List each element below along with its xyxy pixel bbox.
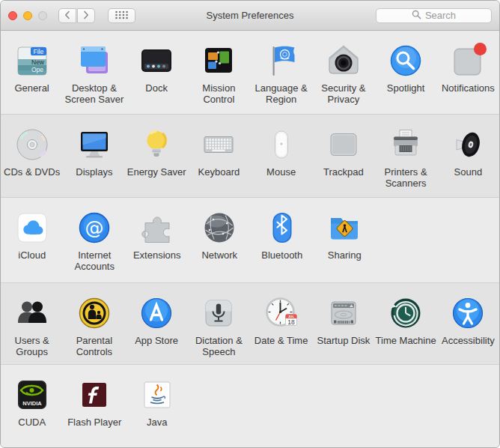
forward-button[interactable] (77, 8, 95, 23)
pref-item-label: Startup Disk (317, 335, 370, 346)
pref-row: FileNewOpe General Desktop & Screen Save… (1, 31, 499, 115)
date-time-icon: JUL18 (260, 292, 302, 334)
pref-item[interactable]: Mouse (250, 115, 312, 197)
pref-item-label: Parental Controls (63, 335, 125, 357)
show-all-button[interactable] (108, 8, 135, 23)
notifications-icon (447, 40, 489, 82)
titlebar: System Preferences Search (1, 1, 499, 31)
pref-item-label: Displays (76, 166, 112, 178)
svg-text:NVIDIA: NVIDIA (22, 400, 42, 407)
pref-item[interactable]: Sound (437, 115, 499, 197)
pref-item-label: Java (147, 417, 167, 428)
pref-item[interactable]: Energy Saver (126, 115, 188, 197)
chevron-right-icon (83, 9, 89, 22)
pref-item[interactable]: Language & Region (250, 31, 312, 114)
security-privacy-icon (323, 40, 365, 82)
java-icon (136, 374, 178, 416)
pref-item[interactable]: App Store (126, 283, 188, 364)
search-icon (412, 9, 421, 22)
zoom-button[interactable] (38, 11, 47, 20)
pref-item[interactable]: Startup Disk (312, 283, 374, 364)
pref-item[interactable]: Accessibility (437, 283, 499, 364)
preferences-grid: FileNewOpe General Desktop & Screen Save… (1, 31, 499, 448)
search-placeholder: Search (425, 10, 456, 21)
pref-item-label: Bluetooth (261, 249, 302, 261)
minimize-button[interactable] (23, 11, 32, 20)
back-button[interactable] (58, 8, 76, 23)
pref-item[interactable]: Trackpad (312, 115, 374, 197)
pref-item[interactable]: Flash Player (64, 365, 126, 448)
keyboard-icon (198, 124, 240, 166)
pref-item[interactable]: NVIDIA CUDA (1, 365, 64, 448)
pref-item[interactable]: Printers & Scanners (375, 115, 437, 197)
energy-saver-icon (135, 124, 177, 166)
pref-item[interactable]: Displays (63, 115, 125, 197)
pref-item-label: iCloud (18, 249, 46, 261)
pref-item[interactable]: Keyboard (188, 115, 250, 197)
pref-item-label: Flash Player (67, 417, 121, 428)
pref-item[interactable]: Notifications (437, 31, 499, 114)
pref-item[interactable]: Desktop & Screen Saver (63, 31, 125, 114)
pref-item[interactable]: Spotlight (375, 31, 437, 114)
chevron-left-icon (64, 9, 70, 22)
traffic-lights (8, 11, 47, 20)
pref-item[interactable]: Security & Privacy (312, 31, 374, 114)
users-groups-icon (11, 292, 53, 334)
svg-text:18: 18 (287, 318, 295, 326)
network-icon (198, 207, 240, 249)
pref-item-label: Internet Accounts (64, 249, 126, 272)
pref-item[interactable]: JUL18 Date & Time (250, 283, 312, 364)
pref-item[interactable]: Users & Groups (1, 283, 63, 364)
pref-row: Users & Groups Parental Controls App Sto… (1, 283, 499, 365)
time-machine-icon (385, 292, 427, 334)
pref-item-label: Language & Region (250, 82, 312, 105)
cds-dvds-icon (11, 124, 53, 166)
svg-text:@: @ (85, 217, 104, 239)
pref-item-label: Users & Groups (1, 335, 63, 357)
pref-row: CDs & DVDs Displays Energy Saver Keyboar… (1, 115, 499, 198)
pref-item[interactable]: Java (126, 365, 189, 448)
pref-item-label: Date & Time (254, 335, 308, 346)
pref-item-label: General (15, 82, 49, 94)
system-preferences-window: System Preferences Search FileNewOpe Gen… (0, 0, 500, 448)
dictation-speech-icon (198, 292, 240, 334)
language-region-icon (260, 40, 302, 82)
pref-item[interactable]: Dictation & Speech (188, 283, 250, 364)
pref-item[interactable]: Mission Control (188, 31, 250, 114)
cuda-icon: NVIDIA (11, 374, 53, 416)
svg-text:File: File (33, 48, 43, 55)
pref-item-label: Notifications (442, 82, 495, 94)
pref-item-label: Security & Privacy (312, 82, 374, 105)
pref-item[interactable]: Bluetooth (251, 198, 314, 282)
pref-item[interactable]: Sharing (314, 198, 376, 282)
pref-item[interactable]: Network (189, 198, 251, 282)
pref-item-label: Sharing (328, 249, 362, 261)
spotlight-icon (385, 40, 427, 82)
pref-item[interactable]: FileNewOpe General (1, 31, 63, 114)
mouse-icon (260, 124, 302, 166)
svg-text:Ope: Ope (31, 66, 43, 73)
svg-text:New: New (31, 58, 45, 66)
close-button[interactable] (8, 11, 17, 20)
mission-control-icon (198, 40, 240, 82)
startup-disk-icon (323, 292, 365, 334)
pref-item-label: Dictation & Speech (188, 335, 250, 357)
general-icon: FileNewOpe (11, 40, 53, 82)
pref-item[interactable]: Dock (126, 31, 188, 114)
pref-item-label: Energy Saver (127, 166, 186, 178)
pref-item[interactable]: @ Internet Accounts (64, 198, 126, 282)
sound-icon (447, 124, 489, 166)
printers-scanners-icon (385, 124, 427, 166)
pref-item[interactable]: Parental Controls (63, 283, 125, 364)
dock-icon (135, 40, 177, 82)
parental-controls-icon (73, 292, 115, 334)
pref-item[interactable]: Extensions (126, 198, 189, 282)
accessibility-icon (447, 292, 489, 334)
pref-item[interactable]: CDs & DVDs (1, 115, 63, 197)
pref-item[interactable]: iCloud (1, 198, 64, 282)
trackpad-icon (323, 124, 365, 166)
search-field[interactable]: Search (376, 8, 492, 23)
pref-item[interactable]: Time Machine (375, 283, 437, 364)
pref-item-label: Sound (454, 166, 483, 178)
pref-row: NVIDIA CUDA Flash Player Java (1, 365, 499, 448)
